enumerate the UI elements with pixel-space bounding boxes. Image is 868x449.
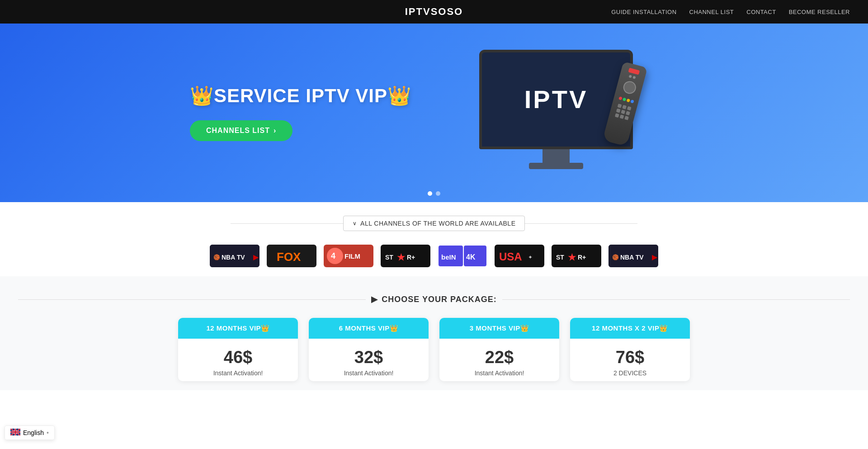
svg-text:🏀: 🏀 xyxy=(213,254,220,260)
remote-power-btn xyxy=(628,67,640,75)
svg-text:✦: ✦ xyxy=(528,254,533,260)
svg-text:★: ★ xyxy=(397,252,406,262)
nav-guide[interactable]: GUIDE INSTALLATION xyxy=(611,9,676,15)
pkg-subtitle-12months: Instant Activation! xyxy=(178,369,298,381)
svg-text:ST: ST xyxy=(556,254,564,261)
carousel-dot-1[interactable] xyxy=(428,191,432,196)
svg-text:4K: 4K xyxy=(466,253,476,261)
svg-text:4: 4 xyxy=(331,251,335,260)
package-card-12months-2devices: 12 MONTHS X 2 VIP👑 76$ 2 DEVICES xyxy=(570,318,690,381)
svg-text:▶: ▶ xyxy=(652,253,658,261)
remote-nav-circle xyxy=(622,80,637,95)
pkg-divider-left xyxy=(18,299,366,300)
nav-channels[interactable]: CHANNEL LIST xyxy=(689,9,734,15)
navbar: IPTVSOSO GUIDE INSTALLATION CHANNEL LIST… xyxy=(0,0,868,24)
channels-label: ∨ ALL CHANNELS OF THE WORLD ARE AVAILABL… xyxy=(343,216,525,231)
pkg-header-12months: 12 MONTHS VIP👑 xyxy=(178,318,298,339)
site-logo[interactable]: IPTVSOSO xyxy=(405,6,463,18)
packages-section: ▶ CHOOSE YOUR PACKAGE: 12 MONTHS VIP👑 46… xyxy=(0,276,868,390)
carousel-dots xyxy=(428,191,440,196)
svg-text:NBA TV: NBA TV xyxy=(620,254,644,261)
pkg-price-3months: 22$ xyxy=(439,339,559,369)
channels-header: ∨ ALL CHANNELS OF THE WORLD ARE AVAILABL… xyxy=(231,216,637,231)
nav-contact[interactable]: CONTACT xyxy=(746,9,776,15)
pkg-subtitle-12months-2d: 2 DEVICES xyxy=(570,369,690,381)
packages-title: ▶ CHOOSE YOUR PACKAGE: xyxy=(371,294,496,304)
svg-text:FILM: FILM xyxy=(344,252,360,260)
svg-text:R+: R+ xyxy=(578,254,586,261)
chevron-down-icon: ∨ xyxy=(353,220,357,227)
pkg-subtitle-3months: Instant Activation! xyxy=(439,369,559,381)
package-card-3months: 3 MONTHS VIP👑 22$ Instant Activation! xyxy=(439,318,559,381)
svg-text:ST: ST xyxy=(385,254,393,261)
packages-grid: 12 MONTHS VIP👑 46$ Instant Activation! 6… xyxy=(18,318,850,381)
pkg-header-3months: 3 MONTHS VIP👑 xyxy=(439,318,559,339)
channel-logo-starplus2: ST ★ R+ xyxy=(552,245,601,267)
hero-section: 👑SERVICE IPTV VIP👑 CHANNELS LIST › IPTV xyxy=(0,24,868,202)
hero-title: 👑SERVICE IPTV VIP👑 xyxy=(190,85,411,107)
channels-section: ∨ ALL CHANNELS OF THE WORLD ARE AVAILABL… xyxy=(0,202,868,276)
play-icon: ▶ xyxy=(371,294,378,304)
channel-logo-4film: 4 FILM xyxy=(324,245,373,267)
pkg-price-6months: 32$ xyxy=(309,339,429,369)
pkg-header-6months: 6 MONTHS VIP👑 xyxy=(309,318,429,339)
package-card-12months: 12 MONTHS VIP👑 46$ Instant Activation! xyxy=(178,318,298,381)
pkg-divider-right xyxy=(502,299,850,300)
packages-header: ▶ CHOOSE YOUR PACKAGE: xyxy=(18,294,850,304)
svg-text:FOX: FOX xyxy=(277,250,301,264)
divider-left xyxy=(231,223,343,224)
svg-text:▶: ▶ xyxy=(253,253,259,261)
svg-text:★: ★ xyxy=(568,252,576,262)
pkg-subtitle-6months: Instant Activation! xyxy=(309,369,429,381)
hero-left: 👑SERVICE IPTV VIP👑 CHANNELS LIST › xyxy=(190,85,434,141)
channel-logo-starplus1: ST ★ R+ xyxy=(381,245,430,267)
package-card-6months: 6 MONTHS VIP👑 32$ Instant Activation! xyxy=(309,318,429,381)
channels-logos-row: 🏀 NBA TV ▶ FOX 4 FILM ST xyxy=(0,240,868,272)
divider-right xyxy=(525,223,637,224)
channel-logo-bein4k: beIN 4K xyxy=(438,245,487,267)
channel-logo-nba2: 🏀 NBA TV ▶ xyxy=(609,245,658,267)
svg-text:R+: R+ xyxy=(407,254,415,261)
svg-text:beIN: beIN xyxy=(441,253,456,261)
svg-text:NBA TV: NBA TV xyxy=(222,254,245,261)
nav-reseller[interactable]: BECOME RESELLER xyxy=(789,9,850,15)
pkg-price-12months: 46$ xyxy=(178,339,298,369)
channel-logo-usa: USA ✦ xyxy=(495,245,544,267)
svg-text:🏀: 🏀 xyxy=(612,254,619,260)
nav-links: GUIDE INSTALLATION CHANNEL LIST CONTACT … xyxy=(611,8,850,16)
hero-right: IPTV xyxy=(434,50,678,176)
channel-logo-nba1: 🏀 NBA TV ▶ xyxy=(210,245,259,267)
tv-iptv-text: IPTV xyxy=(524,85,588,114)
pkg-price-12months-2d: 76$ xyxy=(570,339,690,369)
channels-list-button[interactable]: CHANNELS LIST › xyxy=(190,120,292,141)
svg-text:USA: USA xyxy=(499,250,522,263)
tv-illustration: IPTV xyxy=(470,50,642,176)
pkg-header-12months-2d: 12 MONTHS X 2 VIP👑 xyxy=(570,318,690,339)
channel-logo-fox: FOX xyxy=(267,245,316,267)
carousel-dot-2[interactable] xyxy=(436,191,440,196)
